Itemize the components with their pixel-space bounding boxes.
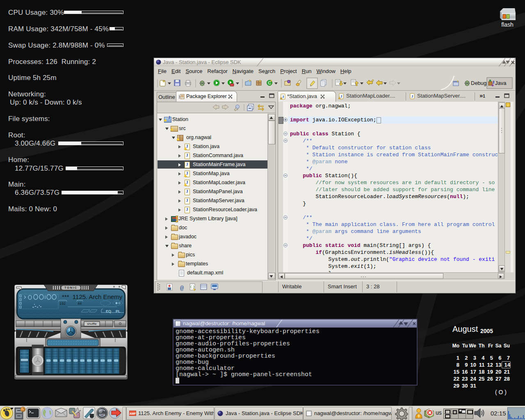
svg-text:J: J (282, 95, 284, 99)
svg-text:shuffle: shuffle (87, 322, 97, 326)
svg-text:PL: PL (116, 309, 121, 313)
svg-text:J: J (492, 80, 495, 84)
svg-text:!: ! (281, 97, 281, 100)
svg-text:192: 192 (59, 301, 66, 306)
svg-text:@: @ (180, 285, 184, 292)
svg-text:44: 44 (78, 301, 82, 306)
svg-text:mms: mms (99, 413, 105, 416)
svg-text:EQ: EQ (106, 309, 111, 313)
svg-text:J: J (411, 94, 413, 98)
svg-text:*** 1125. Arch Enemy: *** 1125. Arch Enemy (62, 293, 123, 300)
svg-text:AMP: AMP (130, 412, 136, 415)
svg-text:C: C (268, 81, 271, 85)
svg-text:Debug: Debug (471, 80, 486, 86)
svg-text:Java: Java (495, 80, 507, 86)
svg-text:TONIC: TONIC (64, 286, 78, 289)
svg-text:J: J (340, 94, 342, 98)
